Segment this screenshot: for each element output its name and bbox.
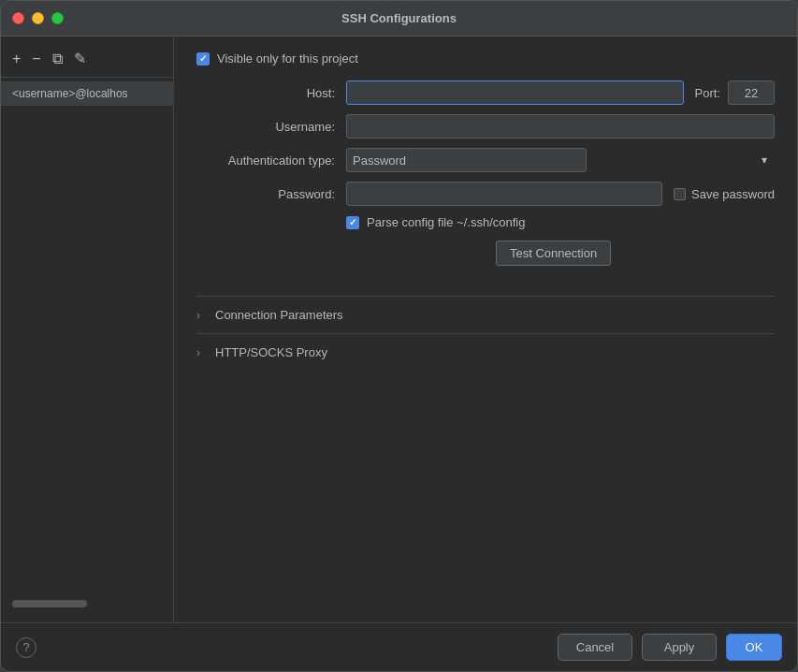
save-password-group: Save password	[674, 187, 775, 201]
traffic-lights	[12, 12, 64, 24]
auth-type-row: Authentication type: Password Key pair O…	[196, 148, 775, 172]
visible-only-row: Visible only for this project	[196, 51, 775, 66]
host-input[interactable]	[346, 80, 684, 105]
password-input[interactable]	[346, 182, 662, 206]
connection-params-section: › Connection Parameters	[196, 296, 775, 333]
main-panel: Visible only for this project Host: Port…	[174, 37, 797, 622]
close-button[interactable]	[12, 12, 24, 24]
username-input[interactable]	[346, 114, 775, 139]
visible-only-checkbox[interactable]	[196, 52, 210, 66]
test-connection-button[interactable]: Test Connection	[496, 241, 611, 266]
http-socks-section: › HTTP/SOCKS Proxy	[196, 333, 775, 371]
auth-type-select[interactable]: Password Key pair OpenSSH config and aut…	[346, 148, 587, 172]
sidebar-scrollbar[interactable]	[12, 600, 87, 607]
ssh-configurations-dialog: SSH Configurations + − ⧉ ✎ <username>@lo…	[0, 0, 798, 672]
content-area: + − ⧉ ✎ <username>@localhos Visible only…	[1, 37, 797, 622]
http-socks-title: HTTP/SOCKS Proxy	[215, 345, 327, 359]
save-password-label: Save password	[691, 187, 775, 201]
auth-type-wrapper: Password Key pair OpenSSH config and aut…	[346, 148, 775, 172]
maximize-button[interactable]	[51, 12, 64, 24]
title-bar: SSH Configurations	[1, 1, 797, 37]
auth-type-label: Authentication type:	[196, 153, 346, 168]
sidebar: + − ⧉ ✎ <username>@localhos	[1, 37, 174, 622]
dialog-title: SSH Configurations	[341, 11, 457, 25]
visible-only-label: Visible only for this project	[217, 51, 358, 66]
copy-config-button[interactable]: ⧉	[49, 48, 66, 69]
test-connection-container: Test Connection	[346, 241, 775, 281]
port-label: Port:	[695, 86, 720, 100]
minimize-button[interactable]	[32, 12, 44, 24]
host-label: Host:	[196, 86, 346, 100]
port-input[interactable]	[728, 80, 775, 105]
password-label: Password:	[196, 187, 346, 201]
http-socks-chevron-icon: ›	[196, 346, 208, 359]
action-buttons: Cancel Apply OK	[558, 634, 782, 661]
cancel-button[interactable]: Cancel	[558, 634, 632, 661]
username-row: Username:	[196, 114, 775, 139]
save-password-checkbox[interactable]	[674, 188, 686, 200]
sidebar-toolbar: + − ⧉ ✎	[1, 44, 173, 78]
add-config-button[interactable]: +	[8, 48, 24, 69]
parse-config-label: Parse config file ~/.ssh/config	[367, 215, 525, 229]
http-socks-header[interactable]: › HTTP/SOCKS Proxy	[196, 343, 775, 361]
ok-button[interactable]: OK	[726, 634, 782, 661]
apply-button[interactable]: Apply	[642, 634, 717, 661]
sidebar-item[interactable]: <username>@localhos	[1, 81, 173, 106]
connection-params-title: Connection Parameters	[215, 308, 343, 322]
remove-config-button[interactable]: −	[28, 48, 44, 69]
host-row: Host: Port:	[196, 80, 775, 105]
password-row: Password: Save password	[196, 182, 775, 206]
connection-params-chevron-icon: ›	[196, 309, 208, 322]
parse-config-checkbox[interactable]	[346, 216, 359, 229]
connection-params-header[interactable]: › Connection Parameters	[196, 306, 775, 324]
edit-config-button[interactable]: ✎	[70, 48, 90, 69]
parse-config-row: Parse config file ~/.ssh/config	[346, 215, 775, 229]
help-button[interactable]: ?	[16, 637, 36, 658]
username-label: Username:	[196, 120, 346, 134]
bottom-bar: ? Cancel Apply OK	[1, 622, 797, 671]
